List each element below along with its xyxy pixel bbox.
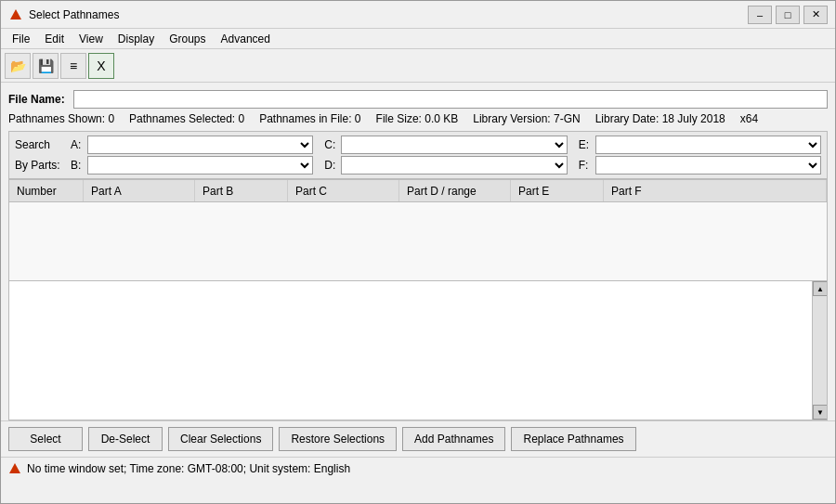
filename-label: File Name:: [8, 93, 73, 106]
field-b-label: B:: [71, 159, 84, 172]
search-select-b[interactable]: [87, 156, 313, 174]
toolbar: 📂💾≡X: [1, 49, 835, 83]
col-header-partb: Part B: [195, 180, 288, 201]
menu-item-view[interactable]: View: [72, 31, 111, 47]
search-select-c[interactable]: [341, 136, 567, 154]
arch: x64: [740, 112, 758, 125]
status-icon: [8, 462, 21, 475]
field-c-label: C:: [324, 138, 337, 151]
add-pathnames-button[interactable]: Add Pathnames: [402, 427, 505, 451]
content-area: File Name: Pathnames Shown: 0 Pathnames …: [1, 83, 835, 179]
col-header-parte: Part E: [511, 180, 604, 201]
field-e-label: E:: [579, 138, 592, 151]
deselect-button[interactable]: De-Select: [88, 427, 163, 451]
list-icon[interactable]: ≡: [60, 53, 86, 79]
select-button[interactable]: Select: [8, 427, 83, 451]
by-parts-label: By Parts:: [15, 159, 71, 172]
info-row: Pathnames Shown: 0 Pathnames Selected: 0…: [8, 112, 828, 125]
col-header-partc: Part C: [288, 180, 399, 201]
svg-marker-1: [9, 463, 20, 473]
pathnames-selected: Pathnames Selected: 0: [129, 112, 244, 125]
field-a-label: A:: [71, 138, 84, 151]
scroll-up-arrow[interactable]: ▲: [813, 281, 828, 296]
menu-item-groups[interactable]: Groups: [162, 31, 213, 47]
excel-icon[interactable]: X: [88, 53, 114, 79]
search-field-b: B:: [71, 156, 313, 174]
search-label: Search: [15, 138, 71, 151]
col-header-partdrange: Part D / range: [399, 180, 511, 201]
maximize-button[interactable]: □: [776, 6, 800, 24]
status-bar: No time window set; Time zone: GMT-08:00…: [1, 457, 835, 479]
search-select-e[interactable]: [595, 136, 821, 154]
open-icon[interactable]: 📂: [5, 53, 31, 79]
window-controls: – □ ✕: [748, 6, 828, 24]
status-text: No time window set; Time zone: GMT-08:00…: [27, 462, 350, 475]
svg-marker-0: [10, 9, 21, 19]
scrollbar[interactable]: ▲ ▼: [812, 281, 827, 420]
col-header-parta: Part A: [84, 180, 195, 201]
menu-bar: FileEditViewDisplayGroupsAdvanced: [1, 29, 835, 49]
search-row-2: By Parts: B: D: F:: [15, 156, 821, 174]
library-date: Library Date: 18 July 2018: [595, 112, 725, 125]
filename-row: File Name:: [8, 90, 828, 109]
search-field-a: A:: [71, 136, 313, 154]
menu-item-edit[interactable]: Edit: [37, 31, 72, 47]
table-header: NumberPart APart BPart CPart D / rangePa…: [9, 180, 827, 202]
title-bar: Select Pathnames – □ ✕: [1, 1, 835, 29]
panels-wrapper: NumberPart APart BPart CPart D / rangePa…: [8, 179, 828, 420]
table-body[interactable]: [9, 202, 827, 280]
search-field-e: E:: [579, 136, 821, 154]
search-field-f: F:: [579, 156, 821, 174]
replace-pathnames-button[interactable]: Replace Pathnames: [511, 427, 635, 451]
search-select-f[interactable]: [595, 156, 821, 174]
library-version: Library Version: 7-GN: [473, 112, 580, 125]
search-section: Search A: C: E: By Parts: B:: [8, 131, 828, 179]
field-f-label: F:: [579, 159, 592, 172]
clear-selections-button[interactable]: Clear Selections: [168, 427, 273, 451]
minimize-button[interactable]: –: [748, 6, 772, 24]
menu-item-display[interactable]: Display: [111, 31, 162, 47]
table-area: NumberPart APart BPart CPart D / rangePa…: [8, 179, 828, 281]
lower-panel[interactable]: ▲ ▼: [8, 281, 828, 420]
close-button[interactable]: ✕: [803, 6, 828, 24]
scroll-down-arrow[interactable]: ▼: [813, 405, 828, 420]
window-title: Select Pathnames: [29, 8, 748, 21]
search-field-d: D:: [324, 156, 567, 174]
search-select-d[interactable]: [341, 156, 567, 174]
pathnames-shown: Pathnames Shown: 0: [8, 112, 114, 125]
search-select-a[interactable]: [87, 136, 313, 154]
save-icon[interactable]: 💾: [33, 53, 59, 79]
buttons-row: Select De-Select Clear Selections Restor…: [1, 420, 835, 457]
file-size: File Size: 0.0 KB: [376, 112, 459, 125]
search-field-c: C:: [324, 136, 567, 154]
search-row-1: Search A: C: E:: [15, 136, 821, 154]
menu-item-file[interactable]: File: [5, 31, 37, 47]
field-d-label: D:: [324, 159, 337, 172]
col-header-number: Number: [9, 180, 84, 201]
restore-selections-button[interactable]: Restore Selections: [279, 427, 397, 451]
col-header-partf: Part F: [604, 180, 827, 201]
app-icon: [8, 7, 23, 22]
filename-input[interactable]: [73, 90, 828, 109]
pathnames-in-file: Pathnames in File: 0: [259, 112, 360, 125]
menu-item-advanced[interactable]: Advanced: [214, 31, 278, 47]
